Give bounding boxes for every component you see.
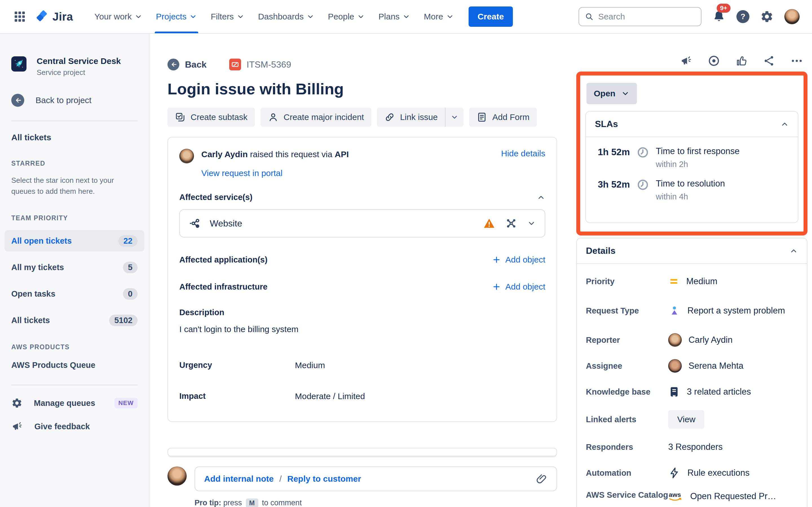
search-input[interactable] (598, 12, 695, 21)
nav-projects[interactable]: Projects (149, 0, 204, 33)
manage-queues-button[interactable]: Manage queues NEW (11, 397, 138, 409)
reply-to-customer-tab[interactable]: Reply to customer (287, 474, 361, 484)
chevron-down-icon[interactable] (527, 219, 536, 228)
paperclip-icon[interactable] (536, 473, 548, 485)
plus-icon (492, 283, 501, 291)
queue-all-open-tickets[interactable]: All open tickets 22 (4, 230, 144, 251)
hide-details-link[interactable]: Hide details (501, 149, 545, 158)
nav-dashboards[interactable]: Dashboards (251, 0, 321, 33)
settings-gear-icon[interactable] (760, 10, 774, 23)
link-issue-split-button: Link issue (377, 108, 463, 127)
sla-row[interactable]: 3h 52m Time to resolution within 4h (595, 179, 789, 202)
nav-more[interactable]: More (417, 0, 460, 33)
warning-icon[interactable] (483, 217, 495, 229)
queue-open-tasks[interactable]: Open tasks 0 (4, 283, 144, 304)
user-avatar[interactable] (784, 9, 800, 24)
annotation-highlight: Open SLAs 1h 52m Time to first response … (576, 71, 808, 235)
reporter-name: Carly Aydin (201, 150, 248, 159)
collapsed-activity-bar[interactable] (167, 448, 557, 456)
more-actions-icon[interactable] (791, 55, 803, 67)
add-infrastructure-object-button[interactable]: Add object (492, 282, 545, 291)
top-navigation: Jira Your work Projects Filters Dashboar… (0, 0, 812, 34)
sidebar-divider (11, 385, 138, 386)
comment-composer: Add internal note / Reply to customer (167, 466, 557, 491)
keyboard-shortcut-m: M (246, 499, 258, 507)
impact-value[interactable]: Moderate / Limited (295, 392, 365, 401)
queue-all-my-tickets[interactable]: All my tickets 5 (4, 257, 144, 278)
details-header[interactable]: Details (577, 238, 807, 264)
link-icon (384, 112, 395, 122)
add-application-object-button[interactable]: Add object (492, 255, 545, 265)
notification-count-badge: 9+ (717, 4, 730, 13)
status-dropdown[interactable]: Open (587, 83, 637, 104)
reporter-avatar[interactable] (179, 149, 194, 163)
help-button[interactable]: ? (737, 10, 749, 23)
create-button[interactable]: Create (469, 6, 513, 27)
megaphone-icon (11, 420, 23, 432)
knowledge-base-value[interactable]: 3 related articles (668, 386, 751, 398)
feedback-megaphone-icon[interactable] (680, 55, 693, 67)
description-text[interactable]: I can't login to the billing system (179, 325, 545, 334)
create-subtask-button[interactable]: Create subtask (167, 108, 255, 127)
give-feedback-button[interactable]: Give feedback (11, 420, 138, 432)
chevron-down-icon (621, 89, 629, 98)
automation-value[interactable]: Rule executions (668, 467, 750, 479)
issue-side-panel: Open SLAs 1h 52m Time to first response … (576, 54, 808, 507)
slas-card: SLAs 1h 52m Time to first response withi… (585, 111, 799, 223)
nav-filters[interactable]: Filters (204, 0, 251, 33)
clock-icon (637, 179, 649, 191)
reporter-value[interactable]: Carly Aydin (668, 333, 732, 347)
add-internal-note-tab[interactable]: Add internal note (204, 474, 274, 484)
nav-plans[interactable]: Plans (371, 0, 417, 33)
affected-services-header: Affected service(s) (179, 193, 545, 202)
issue-view: Back ITSM-5369 Login issue with Billing … (149, 34, 812, 507)
nav-people[interactable]: People (321, 0, 371, 33)
team-priority-section-label: TEAM PRIORITY (11, 214, 68, 222)
aws-products-section-label: AWS PRODUCTS (11, 343, 138, 351)
comment-input[interactable]: Add internal note / Reply to customer (195, 466, 557, 491)
aws-service-catalog-value[interactable]: Open Requested Pr… (668, 490, 776, 502)
request-type-value[interactable]: Report a system problem (668, 304, 785, 317)
watch-icon[interactable] (708, 55, 720, 67)
queue-list: All open tickets 22 All my tickets 5 Ope… (4, 230, 144, 331)
view-request-in-portal-link[interactable]: View request in portal (201, 168, 545, 178)
request-channel: API (335, 150, 349, 159)
urgency-value[interactable]: Medium (295, 360, 325, 370)
app-switcher-icon[interactable] (12, 9, 27, 24)
jira-logo[interactable]: Jira (35, 10, 73, 23)
add-form-button[interactable]: Add Form (469, 108, 537, 127)
vote-thumbs-up-icon[interactable] (735, 55, 748, 67)
sidebar-item-all-tickets[interactable]: All tickets (11, 133, 138, 142)
request-details-card: Carly Aydin raised this request via API … (167, 137, 557, 422)
link-issue-dropdown[interactable] (446, 108, 463, 127)
priority-value[interactable]: Medium (668, 276, 717, 287)
global-search[interactable] (578, 7, 702, 26)
chevron-down-icon (357, 13, 365, 20)
impact-topology-icon[interactable] (505, 217, 518, 230)
create-major-incident-button[interactable]: Create major incident (260, 108, 371, 127)
assignee-value[interactable]: Serena Mehta (668, 359, 744, 373)
view-linked-alerts-button[interactable]: View (668, 410, 704, 429)
chevron-up-icon[interactable] (537, 193, 545, 202)
chevron-up-icon (780, 120, 789, 128)
affected-applications-row: Affected application(s) Add object (179, 255, 545, 265)
link-issue-button[interactable]: Link issue (377, 108, 445, 127)
issue-title[interactable]: Login issue with Billing (167, 79, 557, 99)
share-icon[interactable] (763, 55, 775, 67)
issue-key-link[interactable]: ITSM-5369 (229, 59, 291, 70)
affected-service-item[interactable]: Website (179, 209, 545, 237)
queue-all-tickets[interactable]: All tickets 5102 (4, 309, 144, 331)
back-button[interactable]: Back (167, 59, 207, 70)
service-topology-icon (189, 217, 202, 230)
sla-time-remaining: 1h 52m (595, 147, 630, 158)
queue-aws-products[interactable]: AWS Products Queue (11, 360, 138, 370)
responders-value[interactable]: 3 Responders (668, 441, 723, 453)
back-to-project-button[interactable]: Back to project (11, 94, 138, 107)
notifications-button[interactable]: 9+ (712, 10, 726, 23)
sla-row[interactable]: 1h 52m Time to first response within 2h (595, 146, 789, 169)
slas-header[interactable]: SLAs (586, 112, 798, 137)
current-user-avatar (167, 466, 187, 486)
nav-your-work[interactable]: Your work (88, 0, 149, 33)
chevron-up-icon (790, 247, 798, 255)
project-header[interactable]: Central Service Desk Service project (11, 56, 138, 77)
